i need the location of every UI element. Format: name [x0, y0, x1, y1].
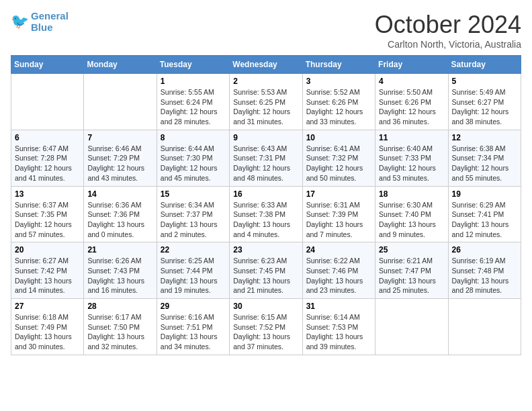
day-number: 3	[306, 77, 371, 86]
day-number: 31	[306, 302, 371, 311]
calendar-cell: 25Sunrise: 6:21 AMSunset: 7:47 PMDayligh…	[375, 242, 448, 299]
day-number: 17	[306, 189, 371, 199]
day-info: Sunrise: 6:47 AMSunset: 7:28 PMDaylight:…	[15, 144, 80, 183]
header-saturday: Saturday	[448, 56, 521, 74]
month-title: October 2024	[375, 11, 521, 39]
calendar-cell: 9Sunrise: 6:43 AMSunset: 7:31 PMDaylight…	[230, 130, 302, 186]
day-info: Sunrise: 6:21 AMSunset: 7:47 PMDaylight:…	[379, 256, 444, 295]
day-number: 25	[379, 245, 444, 255]
day-info: Sunrise: 5:49 AMSunset: 6:27 PMDaylight:…	[452, 87, 517, 127]
day-number: 19	[452, 189, 517, 199]
day-number: 14	[87, 189, 152, 199]
calendar-cell: 13Sunrise: 6:37 AMSunset: 7:35 PMDayligh…	[11, 186, 84, 242]
calendar-cell: 12Sunrise: 6:38 AMSunset: 7:34 PMDayligh…	[448, 130, 521, 186]
day-number: 27	[15, 302, 80, 311]
title-section: October 2024 Carlton North, Victoria, Au…	[375, 11, 521, 50]
day-info: Sunrise: 6:33 AMSunset: 7:38 PMDaylight:…	[233, 200, 298, 240]
calendar-cell: 1Sunrise: 5:55 AMSunset: 6:24 PMDaylight…	[157, 74, 229, 130]
day-number: 26	[452, 245, 517, 255]
calendar-cell: 28Sunrise: 6:17 AMSunset: 7:50 PMDayligh…	[84, 299, 157, 355]
day-info: Sunrise: 6:26 AMSunset: 7:43 PMDaylight:…	[87, 256, 152, 295]
day-info: Sunrise: 5:50 AMSunset: 6:26 PMDaylight:…	[379, 87, 444, 127]
calendar-cell: 21Sunrise: 6:26 AMSunset: 7:43 PMDayligh…	[84, 242, 157, 299]
logo: 🐦 General Blue	[11, 11, 69, 33]
calendar-cell	[448, 299, 521, 355]
day-info: Sunrise: 6:34 AMSunset: 7:37 PMDaylight:…	[161, 200, 226, 240]
day-info: Sunrise: 5:52 AMSunset: 6:26 PMDaylight:…	[306, 87, 371, 127]
calendar-cell: 14Sunrise: 6:36 AMSunset: 7:36 PMDayligh…	[84, 186, 157, 242]
day-number: 22	[161, 245, 226, 255]
day-number: 23	[233, 245, 298, 255]
day-number: 8	[161, 133, 226, 142]
location-subtitle: Carlton North, Victoria, Australia	[375, 39, 521, 50]
day-number: 6	[15, 133, 80, 142]
calendar-cell: 20Sunrise: 6:27 AMSunset: 7:42 PMDayligh…	[11, 242, 84, 299]
day-number: 13	[15, 189, 80, 199]
calendar-cell: 3Sunrise: 5:52 AMSunset: 6:26 PMDaylight…	[302, 74, 375, 130]
calendar-cell: 31Sunrise: 6:14 AMSunset: 7:53 PMDayligh…	[302, 299, 375, 355]
calendar-cell	[84, 74, 157, 130]
calendar-cell: 29Sunrise: 6:16 AMSunset: 7:51 PMDayligh…	[157, 299, 229, 355]
day-info: Sunrise: 6:17 AMSunset: 7:50 PMDaylight:…	[87, 312, 152, 352]
week-row-1: 6Sunrise: 6:47 AMSunset: 7:28 PMDaylight…	[11, 130, 521, 186]
logo-line1: General	[31, 10, 69, 21]
day-info: Sunrise: 6:18 AMSunset: 7:49 PMDaylight:…	[15, 312, 80, 352]
day-info: Sunrise: 6:43 AMSunset: 7:31 PMDaylight:…	[233, 144, 298, 183]
day-info: Sunrise: 6:44 AMSunset: 7:30 PMDaylight:…	[161, 144, 226, 183]
day-number: 9	[233, 133, 298, 142]
calendar-cell: 27Sunrise: 6:18 AMSunset: 7:49 PMDayligh…	[11, 299, 84, 355]
svg-text:🐦: 🐦	[11, 11, 30, 30]
day-number: 5	[452, 77, 517, 86]
day-info: Sunrise: 6:15 AMSunset: 7:52 PMDaylight:…	[233, 312, 298, 352]
day-info: Sunrise: 6:38 AMSunset: 7:34 PMDaylight:…	[452, 144, 517, 183]
day-info: Sunrise: 6:40 AMSunset: 7:33 PMDaylight:…	[379, 144, 444, 183]
calendar-table: SundayMondayTuesdayWednesdayThursdayFrid…	[11, 55, 521, 355]
day-number: 18	[379, 189, 444, 199]
week-row-4: 27Sunrise: 6:18 AMSunset: 7:49 PMDayligh…	[11, 299, 521, 355]
calendar-cell: 26Sunrise: 6:19 AMSunset: 7:48 PMDayligh…	[448, 242, 521, 299]
logo-line2: Blue	[31, 21, 53, 33]
day-number: 10	[306, 133, 371, 142]
logo-bird-icon: 🐦	[11, 11, 30, 30]
calendar-cell: 19Sunrise: 6:29 AMSunset: 7:41 PMDayligh…	[448, 186, 521, 242]
calendar-cell: 11Sunrise: 6:40 AMSunset: 7:33 PMDayligh…	[375, 130, 448, 186]
calendar-cell: 22Sunrise: 6:25 AMSunset: 7:44 PMDayligh…	[157, 242, 229, 299]
calendar-cell: 7Sunrise: 6:46 AMSunset: 7:29 PMDaylight…	[84, 130, 157, 186]
week-row-2: 13Sunrise: 6:37 AMSunset: 7:35 PMDayligh…	[11, 186, 521, 242]
day-info: Sunrise: 6:31 AMSunset: 7:39 PMDaylight:…	[306, 200, 371, 240]
day-info: Sunrise: 6:41 AMSunset: 7:32 PMDaylight:…	[306, 144, 371, 183]
day-info: Sunrise: 6:30 AMSunset: 7:40 PMDaylight:…	[379, 200, 444, 240]
calendar-cell	[375, 299, 448, 355]
day-number: 1	[161, 77, 226, 86]
day-info: Sunrise: 6:36 AMSunset: 7:36 PMDaylight:…	[87, 200, 152, 240]
day-info: Sunrise: 6:22 AMSunset: 7:46 PMDaylight:…	[306, 256, 371, 295]
day-number: 30	[233, 302, 298, 311]
header-friday: Friday	[375, 56, 448, 74]
day-number: 11	[379, 133, 444, 142]
header-sunday: Sunday	[11, 56, 84, 74]
header-tuesday: Tuesday	[157, 56, 229, 74]
calendar-cell: 6Sunrise: 6:47 AMSunset: 7:28 PMDaylight…	[11, 130, 84, 186]
calendar-cell: 10Sunrise: 6:41 AMSunset: 7:32 PMDayligh…	[302, 130, 375, 186]
day-info: Sunrise: 6:25 AMSunset: 7:44 PMDaylight:…	[161, 256, 226, 295]
calendar-cell	[11, 74, 84, 130]
header-wednesday: Wednesday	[230, 56, 302, 74]
day-info: Sunrise: 6:27 AMSunset: 7:42 PMDaylight:…	[15, 256, 80, 295]
week-row-0: 1Sunrise: 5:55 AMSunset: 6:24 PMDaylight…	[11, 74, 521, 130]
day-number: 4	[379, 77, 444, 86]
day-number: 24	[306, 245, 371, 255]
calendar-cell: 30Sunrise: 6:15 AMSunset: 7:52 PMDayligh…	[230, 299, 302, 355]
calendar-cell: 2Sunrise: 5:53 AMSunset: 6:25 PMDaylight…	[230, 74, 302, 130]
calendar-cell: 5Sunrise: 5:49 AMSunset: 6:27 PMDaylight…	[448, 74, 521, 130]
calendar-cell: 24Sunrise: 6:22 AMSunset: 7:46 PMDayligh…	[302, 242, 375, 299]
day-info: Sunrise: 5:55 AMSunset: 6:24 PMDaylight:…	[161, 87, 226, 127]
header-row: SundayMondayTuesdayWednesdayThursdayFrid…	[11, 56, 521, 74]
calendar-cell: 17Sunrise: 6:31 AMSunset: 7:39 PMDayligh…	[302, 186, 375, 242]
calendar-cell: 4Sunrise: 5:50 AMSunset: 6:26 PMDaylight…	[375, 74, 448, 130]
day-number: 2	[233, 77, 298, 86]
calendar-cell: 15Sunrise: 6:34 AMSunset: 7:37 PMDayligh…	[157, 186, 229, 242]
day-info: Sunrise: 6:37 AMSunset: 7:35 PMDaylight:…	[15, 200, 80, 240]
week-row-3: 20Sunrise: 6:27 AMSunset: 7:42 PMDayligh…	[11, 242, 521, 299]
page-header: 🐦 General Blue October 2024 Carlton Nort…	[11, 11, 521, 50]
day-number: 29	[161, 302, 226, 311]
